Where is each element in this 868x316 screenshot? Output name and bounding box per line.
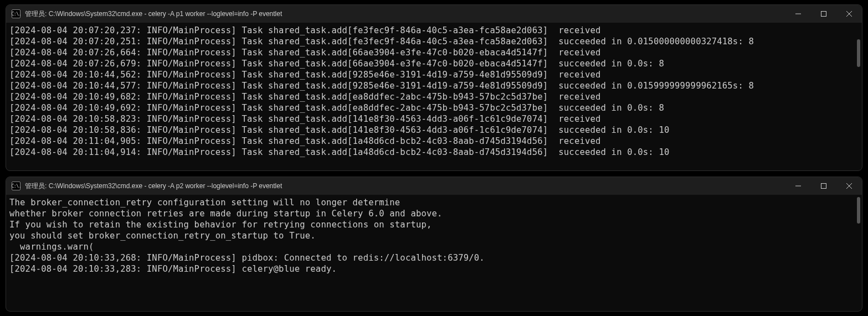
log-line: [2024-08-04 20:10:58,823: INFO/MainProce… bbox=[9, 113, 859, 125]
log-line: [2024-08-04 20:07:20,251: INFO/MainProce… bbox=[9, 36, 859, 47]
log-line: [2024-08-04 20:11:04,905: INFO/MainProce… bbox=[9, 136, 859, 147]
terminal-window-2: C:\. 管理员: C:\Windows\System32\cmd.exe - … bbox=[6, 177, 862, 312]
cmd-icon: C:\. bbox=[12, 9, 20, 18]
svg-rect-5 bbox=[821, 184, 826, 189]
log-line: whether broker connection retries are ma… bbox=[9, 208, 859, 219]
maximize-icon bbox=[821, 183, 826, 189]
close-icon bbox=[846, 11, 852, 17]
minimize-icon bbox=[795, 11, 801, 17]
maximize-button[interactable] bbox=[811, 177, 836, 195]
log-line: [2024-08-04 20:10:33,283: INFO/MainProce… bbox=[9, 263, 859, 274]
log-line: [2024-08-04 20:10:33,268: INFO/MainProce… bbox=[9, 252, 859, 263]
minimize-button[interactable] bbox=[785, 5, 811, 23]
log-line: [2024-08-04 20:10:49,692: INFO/MainProce… bbox=[9, 102, 859, 113]
log-line: you should set broker_connection_retry_o… bbox=[9, 230, 859, 241]
log-line: warnings.warn( bbox=[9, 241, 859, 252]
window-controls-1 bbox=[785, 5, 862, 23]
log-line: [2024-08-04 20:11:04,914: INFO/MainProce… bbox=[9, 147, 859, 158]
terminal-output-1[interactable]: [2024-08-04 20:07:20,237: INFO/MainProce… bbox=[6, 23, 862, 170]
close-icon bbox=[846, 183, 852, 189]
scrollbar-thumb-2[interactable] bbox=[857, 197, 860, 224]
terminal-output-2[interactable]: The broker_connection_retry configuratio… bbox=[6, 195, 862, 311]
log-line: [2024-08-04 20:10:49,682: INFO/MainProce… bbox=[9, 91, 859, 102]
log-line: [2024-08-04 20:10:58,836: INFO/MainProce… bbox=[9, 125, 859, 136]
maximize-icon bbox=[821, 11, 826, 17]
svg-rect-1 bbox=[821, 12, 826, 17]
minimize-button[interactable] bbox=[785, 177, 811, 195]
window-controls-2 bbox=[785, 177, 862, 195]
window-title-2: 管理员: C:\Windows\System32\cmd.exe - celer… bbox=[25, 182, 785, 191]
titlebar-1[interactable]: C:\. 管理员: C:\Windows\System32\cmd.exe - … bbox=[6, 5, 862, 23]
terminal-window-1: C:\. 管理员: C:\Windows\System32\cmd.exe - … bbox=[6, 4, 862, 171]
log-line: [2024-08-04 20:07:20,237: INFO/MainProce… bbox=[9, 25, 859, 36]
log-line: [2024-08-04 20:07:26,664: INFO/MainProce… bbox=[9, 47, 859, 58]
log-line: [2024-08-04 20:10:44,562: INFO/MainProce… bbox=[9, 69, 859, 80]
log-line: [2024-08-04 20:10:44,577: INFO/MainProce… bbox=[9, 80, 859, 91]
close-button[interactable] bbox=[836, 177, 862, 195]
log-line: The broker_connection_retry configuratio… bbox=[9, 197, 859, 208]
window-title-1: 管理员: C:\Windows\System32\cmd.exe - celer… bbox=[25, 9, 785, 19]
cmd-icon: C:\. bbox=[12, 182, 20, 190]
maximize-button[interactable] bbox=[811, 5, 836, 23]
log-line: [2024-08-04 20:07:26,679: INFO/MainProce… bbox=[9, 58, 859, 69]
minimize-icon bbox=[795, 183, 801, 189]
scrollbar-thumb-1[interactable] bbox=[857, 39, 860, 67]
close-button[interactable] bbox=[836, 5, 862, 23]
log-line: If you wish to retain the existing behav… bbox=[9, 219, 859, 230]
titlebar-2[interactable]: C:\. 管理员: C:\Windows\System32\cmd.exe - … bbox=[6, 177, 862, 195]
